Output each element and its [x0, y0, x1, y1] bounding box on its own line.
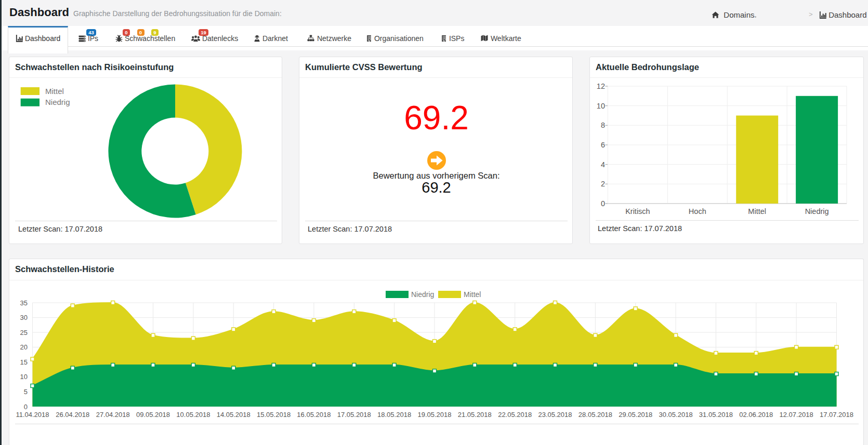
- svg-text:12: 12: [597, 82, 605, 90]
- svg-text:15.05.2018: 15.05.2018: [257, 411, 291, 419]
- svg-text:Niedrig: Niedrig: [411, 290, 434, 299]
- svg-text:31.05.2018: 31.05.2018: [699, 411, 733, 419]
- svg-text:Niedrig: Niedrig: [45, 98, 70, 106]
- svg-text:Mittel: Mittel: [464, 290, 481, 299]
- svg-text:30: 30: [20, 314, 28, 321]
- svg-text:8: 8: [601, 121, 605, 129]
- svg-text:Hoch: Hoch: [689, 207, 706, 215]
- svg-text:Kritisch: Kritisch: [625, 207, 650, 215]
- svg-text:12.07.2018: 12.07.2018: [780, 411, 813, 419]
- svg-text:5: 5: [24, 388, 28, 396]
- svg-text:18.05.2018: 18.05.2018: [377, 411, 411, 419]
- svg-text:0: 0: [24, 403, 28, 411]
- svg-text:4: 4: [601, 160, 605, 169]
- svg-text:25: 25: [20, 329, 28, 336]
- svg-text:10: 10: [20, 373, 28, 381]
- svg-text:16.05.2018: 16.05.2018: [297, 411, 331, 419]
- svg-text:17.07.2018: 17.07.2018: [820, 411, 853, 419]
- svg-text:35: 35: [20, 299, 28, 307]
- svg-text:11.04.2018: 11.04.2018: [16, 411, 49, 419]
- svg-text:15: 15: [20, 358, 28, 366]
- svg-text:23.05.2018: 23.05.2018: [538, 411, 572, 419]
- svg-text:30.05.2018: 30.05.2018: [659, 411, 693, 419]
- svg-text:20: 20: [20, 343, 28, 351]
- svg-text:10: 10: [597, 102, 605, 110]
- svg-text:02.06.2018: 02.06.2018: [739, 411, 773, 419]
- svg-text:26.04.2018: 26.04.2018: [56, 411, 89, 419]
- svg-text:Niedrig: Niedrig: [805, 207, 829, 215]
- svg-text:Mittel: Mittel: [45, 87, 64, 96]
- svg-text:22.05.2018: 22.05.2018: [498, 411, 532, 419]
- svg-text:09.05.2018: 09.05.2018: [136, 411, 170, 419]
- svg-text:14.05.2018: 14.05.2018: [217, 411, 251, 419]
- svg-text:28.05.2018: 28.05.2018: [578, 411, 612, 419]
- svg-text:21.05.2018: 21.05.2018: [458, 411, 492, 419]
- svg-text:19.05.2018: 19.05.2018: [417, 411, 451, 419]
- svg-text:10.05.2018: 10.05.2018: [176, 411, 210, 419]
- svg-text:6: 6: [601, 141, 605, 149]
- svg-text:27.04.2018: 27.04.2018: [96, 411, 130, 419]
- svg-text:2: 2: [601, 180, 605, 188]
- svg-text:0: 0: [601, 199, 605, 208]
- svg-text:29.05.2018: 29.05.2018: [619, 411, 652, 419]
- svg-text:17.05.2018: 17.05.2018: [337, 411, 371, 419]
- svg-text:Mittel: Mittel: [748, 207, 766, 215]
